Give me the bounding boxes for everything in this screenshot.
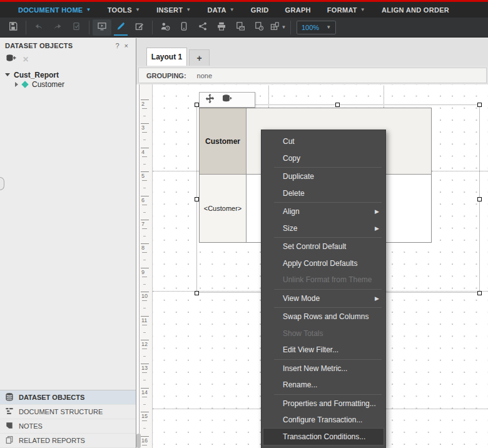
menu-separator <box>274 237 382 238</box>
print-button[interactable] <box>212 19 231 36</box>
main-area: DATASET OBJECTS ? × ✕ Cust_Report Custo <box>0 38 488 448</box>
ruler-number: 11 <box>141 317 147 323</box>
ruler-number: 16 <box>141 437 148 444</box>
context-menu-item-swap-rows-and-columns[interactable]: Swap Rows and Columns <box>262 308 385 325</box>
menu-label: ALIGN AND ORDER <box>382 6 449 14</box>
submenu-arrow-icon: ▶ <box>375 220 379 237</box>
schedule-delivery-button[interactable] <box>156 19 175 36</box>
scrollbar-thumb[interactable] <box>136 434 141 448</box>
context-menu-item-size[interactable]: Size▶ <box>262 220 385 237</box>
menu-separator <box>274 289 382 290</box>
grouping-bar[interactable]: GROUPING: none <box>138 68 487 83</box>
chevron-down-icon: ▼ <box>135 7 140 13</box>
dataset-grid-icon[interactable] <box>221 94 232 106</box>
tab-layout-1[interactable]: Layout 1 <box>146 48 187 66</box>
menu-label: DATA <box>208 6 226 14</box>
menu-separator <box>274 202 382 203</box>
collapse-arrow-icon[interactable] <box>5 73 10 76</box>
attribute-data-cell[interactable]: <Customer> <box>200 174 247 242</box>
application-window: DOCUMENT HOME▼TOOLS▼INSERT▼DATA▼GRIDGRAP… <box>0 0 488 448</box>
paste-icon <box>71 21 81 34</box>
menu-insert[interactable]: INSERT▼ <box>148 2 199 18</box>
panel-tab-label: DATASET OBJECTS <box>19 394 84 401</box>
menu-label: GRAPH <box>285 6 311 14</box>
menu-tools[interactable]: TOOLS▼ <box>99 2 148 18</box>
panel-tab-dataset-objects[interactable]: DATASET OBJECTS <box>0 390 136 405</box>
editable-mode-icon <box>135 21 145 34</box>
add-layout-tab-button[interactable]: + <box>189 49 210 66</box>
redo-button[interactable] <box>48 19 67 36</box>
menu-grid[interactable]: GRID <box>243 2 277 18</box>
panel-tab-notes[interactable]: NOTES <box>0 419 136 434</box>
menu-format[interactable]: FORMAT▼ <box>319 2 374 18</box>
share-button[interactable] <box>193 19 212 36</box>
context-menu-item-transaction-conditions[interactable]: Transaction Conditions... <box>263 429 384 445</box>
selection-handle[interactable] <box>195 291 199 295</box>
chevron-down-icon: ▼ <box>86 7 91 13</box>
paste-button[interactable] <box>67 19 86 36</box>
menu-document-home[interactable]: DOCUMENT HOME▼ <box>10 2 99 18</box>
panel-selector: DATASET OBJECTSDOCUMENT STRUCTURENOTESRE… <box>0 390 136 448</box>
context-menu: CutCopyDuplicateDeleteAlign▶Size▶Set Con… <box>261 130 386 448</box>
menu-separator <box>274 359 382 360</box>
context-menu-item-cut[interactable]: Cut <box>262 133 385 150</box>
ruler-unit: 7 <box>140 220 153 243</box>
selection-handle[interactable] <box>335 103 340 107</box>
tree-node-attribute[interactable]: Customer <box>0 79 136 89</box>
add-dataset-icon[interactable] <box>6 54 16 66</box>
ruler-unit: 10 <box>140 292 153 315</box>
selection-handle[interactable] <box>477 103 482 107</box>
ruler-unit: 12 <box>140 340 153 364</box>
send-email-icon <box>235 21 245 34</box>
help-icon[interactable]: ? <box>113 42 121 49</box>
attribute-diamond-icon <box>21 81 28 88</box>
context-menu-item-align[interactable]: Align▶ <box>262 203 385 220</box>
context-menu-item-delete[interactable]: Delete <box>262 185 385 202</box>
remove-dataset-icon[interactable]: ✕ <box>23 55 29 64</box>
selection-handle[interactable] <box>477 291 482 295</box>
save-button[interactable] <box>4 19 23 36</box>
ruler-number: 8 <box>141 245 145 251</box>
context-menu-item-copy[interactable]: Copy <box>262 150 385 167</box>
context-menu-item-edit-view-filter[interactable]: Edit View Filter... <box>262 342 385 359</box>
insert-grid-button[interactable]: ▼ <box>268 19 287 36</box>
panel-tab-related-reports[interactable]: RELATED REPORTS <box>0 434 136 448</box>
structure-icon <box>5 407 14 417</box>
selection-handle[interactable] <box>195 103 199 107</box>
attribute-header-cell[interactable]: Customer <box>200 108 247 174</box>
export-schedule-button[interactable] <box>250 19 268 36</box>
menu-data[interactable]: DATA▼ <box>200 2 243 18</box>
context-menu-item-set-control-default[interactable]: Set Control Default <box>262 238 385 255</box>
selection-handle[interactable] <box>195 197 199 201</box>
context-menu-item-rename[interactable]: Rename... <box>262 377 385 394</box>
context-menu-item-configure-transaction[interactable]: Configure Transaction... <box>262 412 385 429</box>
menu-label: GRID <box>251 6 269 14</box>
editable-mode-button[interactable] <box>130 19 149 36</box>
presentation-mode-button[interactable] <box>93 19 111 36</box>
menu-align-and-order[interactable]: ALIGN AND ORDER <box>374 2 457 18</box>
context-menu-item-duplicate[interactable]: Duplicate <box>262 168 385 185</box>
zoom-select[interactable]: 100%▼ <box>297 21 336 34</box>
context-menu-item-insert-new-metric[interactable]: Insert New Metric... <box>262 360 385 377</box>
context-menu-item-properties-and-formatting[interactable]: Properties and Formatting... <box>262 395 385 412</box>
expand-arrow-icon[interactable] <box>15 82 18 87</box>
tree-node-dataset[interactable]: Cust_Report <box>0 70 136 79</box>
ruler-number: 5 <box>141 173 145 179</box>
panel-tab-label: RELATED REPORTS <box>19 437 85 444</box>
send-email-button[interactable] <box>231 19 250 36</box>
panel-tab-document-structure[interactable]: DOCUMENT STRUCTURE <box>0 405 136 419</box>
undo-button[interactable] <box>29 19 48 36</box>
context-menu-item-apply-control-defaults[interactable]: Apply Control Defaults <box>262 255 385 272</box>
menu-label: DOCUMENT HOME <box>18 6 83 14</box>
chevron-down-icon: ▼ <box>282 24 287 30</box>
context-menu-item-view-mode[interactable]: View Mode▶ <box>262 290 385 307</box>
menu-label: INSERT <box>156 6 183 14</box>
bookmark-button[interactable] <box>175 19 193 36</box>
close-icon[interactable]: × <box>122 42 131 49</box>
toolbar-separator <box>26 21 26 34</box>
menu-graph[interactable]: GRAPH <box>277 2 319 18</box>
design-mode-button[interactable] <box>111 19 130 36</box>
submenu-arrow-icon: ▶ <box>375 290 379 307</box>
move-grid-icon[interactable] <box>205 93 215 106</box>
selection-handle[interactable] <box>477 197 482 201</box>
